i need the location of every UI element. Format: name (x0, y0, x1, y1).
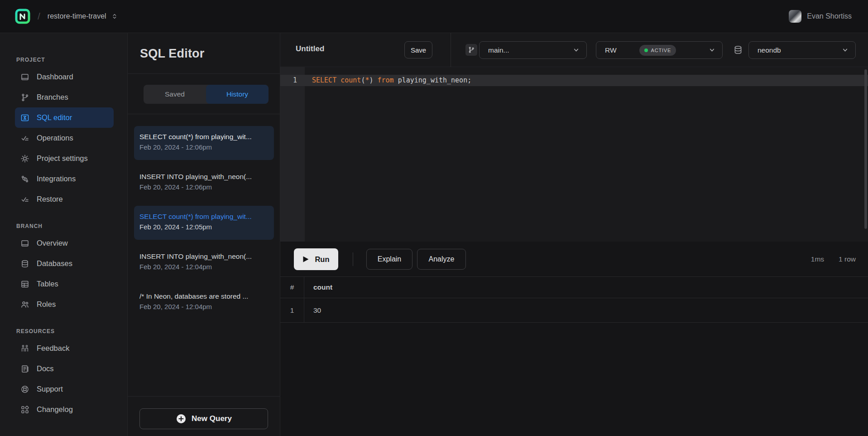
changelog-icon (20, 405, 29, 414)
play-icon (302, 256, 309, 263)
sidebar-item-label: Integrations (37, 174, 76, 183)
sidebar-item-label: Restore (37, 195, 63, 203)
actions-divider (353, 252, 353, 266)
history-timestamp: Feb 20, 2024 - 12:05pm (139, 222, 269, 233)
run-label: Run (315, 255, 329, 264)
table-header-row: #count (280, 277, 868, 298)
history-query: SELECT count(*) from playing_wit... (139, 132, 269, 142)
sidebar-item-label: Overview (37, 239, 68, 247)
history-item[interactable]: SELECT count(*) from playing_wit...Feb 2… (134, 206, 274, 240)
editor-toolbar: Untitled Save main... RW ACTIVE neondb (280, 33, 868, 67)
table-icon (20, 280, 29, 289)
history-item[interactable]: INSERT INTO playing_with_neon(...Feb 20,… (134, 246, 274, 280)
query-duration: 1ms (811, 255, 824, 263)
sidebar-item-roles[interactable]: Roles (15, 294, 114, 315)
compute-status-label: ACTIVE (651, 48, 671, 53)
sidebar: PROJECTDashboardBranchesSQL editorOperat… (0, 33, 127, 436)
chevron-down-icon (841, 46, 849, 54)
section-label: RESOURCES (16, 328, 127, 334)
history-query: INSERT INTO playing_with_neon(... (139, 252, 269, 262)
query-history-list: SELECT count(*) from playing_wit...Feb 2… (128, 114, 280, 396)
neon-console-app: / restore-time-travel Evan Shortiss PROJ… (0, 0, 868, 436)
history-query: INSERT INTO playing_with_neon(... (139, 172, 269, 182)
database-cylinder-icon (20, 259, 29, 268)
project-selector[interactable]: restore-time-travel (48, 12, 118, 20)
saved-history-toggle: SavedHistory (144, 85, 269, 104)
sidebar-item-label: SQL editor (37, 113, 72, 122)
sidebar-item-overview[interactable]: Overview (15, 233, 114, 253)
sidebar-item-tables[interactable]: Tables (15, 274, 114, 294)
compute-select[interactable]: RW ACTIVE (596, 41, 723, 59)
history-query: SELECT count(*) from playing_wit... (139, 212, 269, 222)
sidebar-item-integrations[interactable]: Integrations (15, 169, 114, 189)
explain-button[interactable]: Explain (366, 249, 412, 270)
analyze-button[interactable]: Analyze (417, 249, 466, 270)
sidebar-item-dashboard[interactable]: Dashboard (15, 67, 114, 87)
sidebar-item-docs[interactable]: Docs (15, 358, 114, 379)
table-row: 130 (280, 298, 868, 323)
history-timestamp: Feb 20, 2024 - 12:06pm (139, 182, 269, 193)
results-table: #count130 (280, 277, 868, 323)
sidebar-item-databases[interactable]: Databases (15, 253, 114, 274)
sidebar-item-label: Project settings (37, 154, 88, 163)
section-label: PROJECT (16, 57, 127, 63)
sidebar-item-branches[interactable]: Branches (15, 87, 114, 107)
branches-icon (20, 93, 29, 102)
editor-gutter (280, 67, 305, 242)
editor-scrollbar[interactable] (864, 69, 867, 229)
sidebar-item-support[interactable]: Support (15, 379, 114, 399)
actions-row: Run Explain Analyze 1ms 1 row (280, 242, 868, 277)
compute-status-badge: ACTIVE (639, 45, 676, 56)
row-index-cell: 1 (280, 298, 304, 322)
column-header-index: # (280, 277, 304, 298)
user-name: Evan Shortiss (807, 12, 852, 20)
sidebar-item-sql-editor[interactable]: SQL editor (15, 107, 114, 128)
sidebar-item-project-settings[interactable]: Project settings (15, 148, 114, 169)
sidebar-item-label: Feedback (37, 344, 69, 353)
user-menu[interactable]: Evan Shortiss (786, 10, 854, 23)
dashboard-icon (20, 73, 29, 82)
neon-logo[interactable] (15, 9, 30, 24)
roles-icon (20, 300, 29, 309)
history-item[interactable]: INSERT INTO playing_with_neon(...Feb 20,… (134, 166, 274, 200)
line-number: 1 (280, 75, 305, 86)
new-query-label: New Query (192, 414, 232, 423)
integrations-icon (20, 174, 29, 184)
sidebar-item-operations[interactable]: Operations (15, 128, 114, 148)
sidebar-item-label: Tables (37, 280, 58, 288)
history-item[interactable]: SELECT count(*) from playing_wit...Feb 2… (134, 126, 274, 160)
history-item[interactable]: /* In Neon, databases are stored ...Feb … (134, 286, 274, 320)
updown-icon (111, 13, 118, 20)
database-select[interactable]: neondb (748, 41, 856, 59)
tab-saved[interactable]: Saved (144, 85, 206, 104)
sidebar-item-label: Databases (37, 259, 72, 268)
column-header-count: count (304, 277, 332, 298)
code-editor[interactable]: 1 SELECT count(*) from playing_with_neon… (280, 67, 868, 242)
sidebar-item-label: Changelog (37, 405, 73, 414)
history-timestamp: Feb 20, 2024 - 12:06pm (139, 142, 269, 153)
chevron-down-icon (708, 46, 716, 54)
sql-editor-panel: SQL Editor SavedHistory SELECT count(*) … (127, 33, 280, 436)
section-label: BRANCH (16, 223, 127, 229)
git-branch-icon (465, 44, 477, 56)
sidebar-item-restore[interactable]: Restore (15, 189, 114, 209)
code-line: 1 SELECT count(*) from playing_with_neon… (280, 75, 868, 86)
restore-icon (20, 195, 29, 204)
gear-icon (20, 154, 29, 163)
branch-select-value: main... (488, 46, 509, 54)
chevron-down-icon (572, 46, 580, 54)
sidebar-item-changelog[interactable]: Changelog (15, 399, 114, 420)
overview-icon (20, 239, 29, 248)
run-button[interactable]: Run (294, 248, 338, 270)
new-query-button[interactable]: New Query (139, 408, 268, 429)
compute-select-value: RW (605, 46, 617, 54)
sidebar-item-label: Roles (37, 300, 56, 309)
branch-select[interactable]: main... (479, 41, 587, 59)
save-button[interactable]: Save (404, 41, 432, 58)
sidebar-item-feedback[interactable]: Feedback (15, 338, 114, 358)
tab-history[interactable]: History (206, 85, 269, 104)
database-select-value: neondb (758, 46, 781, 54)
page-title: SQL Editor (140, 47, 280, 61)
database-cylinder-icon (733, 44, 743, 55)
docs-icon (20, 364, 29, 373)
